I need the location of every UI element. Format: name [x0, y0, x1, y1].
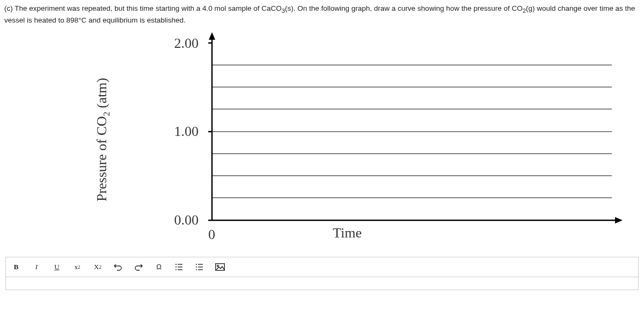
y-axis-label: Pressure of CO2 (atm) [94, 77, 112, 201]
bold-button[interactable]: B [11, 262, 21, 272]
svg-point-27 [217, 265, 219, 266]
svg-marker-1 [209, 32, 215, 40]
svg-marker-3 [615, 217, 623, 224]
redo-icon[interactable] [134, 262, 143, 272]
chart-area[interactable]: Pressure of CO2 (atm) 2.00 1.00 0.00 0 T… [107, 32, 633, 247]
omega-button[interactable]: Ω [154, 262, 164, 272]
underline-button[interactable]: U [52, 262, 62, 272]
y-tick: 1.00 [174, 124, 199, 140]
y-tick: 2.00 [174, 35, 199, 52]
axes-svg [204, 32, 633, 247]
y-tick: 0.00 [174, 212, 199, 228]
bullet-list-icon[interactable] [174, 262, 184, 272]
question-text: (c) The experiment was repeated, but thi… [0, 0, 644, 27]
editor-body[interactable] [5, 277, 639, 290]
svg-point-14 [175, 264, 177, 265]
svg-point-18 [175, 269, 177, 270]
italic-button[interactable]: I [32, 262, 41, 272]
editor-toolbar: B I U x2 X2 Ω [5, 257, 639, 277]
subscript-button[interactable]: X2 [93, 262, 103, 272]
image-icon[interactable] [215, 262, 225, 272]
numbered-list-icon[interactable] [195, 262, 204, 272]
superscript-button[interactable]: x2 [72, 262, 82, 272]
undo-icon[interactable] [113, 262, 123, 272]
svg-point-16 [175, 266, 177, 268]
